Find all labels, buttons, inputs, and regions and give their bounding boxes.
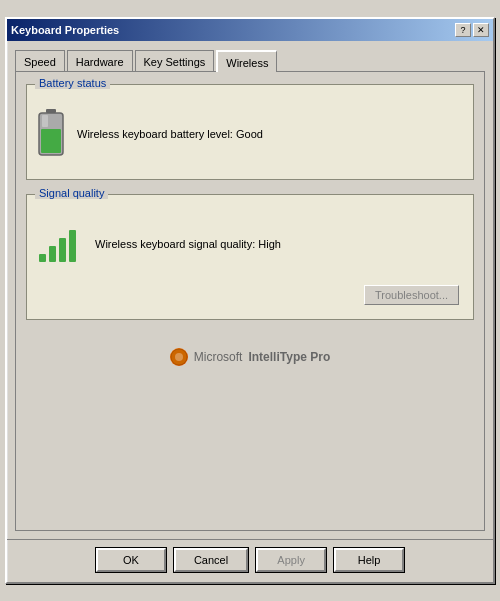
svg-rect-6 — [59, 238, 66, 262]
content-area: Speed Hardware Key Settings Wireless Bat… — [7, 41, 493, 539]
apply-button[interactable]: Apply — [256, 548, 326, 572]
keyboard-properties-window: Keyboard Properties ? ✕ Speed Hardware K… — [5, 17, 495, 584]
tab-speed[interactable]: Speed — [15, 50, 65, 72]
signal-quality-section: Signal quality Wireless keyboard signal … — [26, 194, 474, 320]
battery-icon — [37, 109, 65, 159]
title-bar: Keyboard Properties ? ✕ — [7, 19, 493, 41]
troubleshoot-button[interactable]: Troubleshoot... — [364, 285, 459, 305]
title-bar-controls: ? ✕ — [455, 23, 489, 37]
cancel-button[interactable]: Cancel — [174, 548, 248, 572]
branding-prefix: Microsoft — [194, 350, 243, 364]
svg-point-9 — [175, 353, 183, 361]
ok-button[interactable]: OK — [96, 548, 166, 572]
svg-rect-4 — [39, 254, 46, 262]
signal-section-label: Signal quality — [35, 187, 108, 199]
signal-status-text: Wireless keyboard signal quality: High — [95, 238, 281, 250]
branding-area: Microsoft IntelliType Pro — [26, 334, 474, 374]
help-dialog-button[interactable]: Help — [334, 548, 404, 572]
signal-icon — [37, 224, 83, 264]
battery-status-section: Battery status — [26, 84, 474, 180]
battery-section-label: Battery status — [35, 77, 110, 89]
tab-wireless[interactable]: Wireless — [216, 50, 277, 72]
ms-logo-icon — [170, 348, 188, 366]
help-button[interactable]: ? — [455, 23, 471, 37]
signal-section-content: Wireless keyboard signal quality: High — [37, 205, 463, 275]
battery-status-text: Wireless keyboard battery level: Good — [77, 128, 263, 140]
button-bar: OK Cancel Apply Help — [7, 539, 493, 582]
tab-bar: Speed Hardware Key Settings Wireless — [15, 49, 485, 71]
battery-section-content: Wireless keyboard battery level: Good — [37, 95, 463, 165]
tab-key-settings[interactable]: Key Settings — [135, 50, 215, 72]
svg-rect-5 — [49, 246, 56, 262]
troubleshoot-row: Troubleshoot... — [37, 285, 463, 305]
tab-hardware[interactable]: Hardware — [67, 50, 133, 72]
close-button[interactable]: ✕ — [473, 23, 489, 37]
branding-product: IntelliType Pro — [248, 350, 330, 364]
window-title: Keyboard Properties — [11, 24, 119, 36]
wireless-panel: Battery status — [15, 71, 485, 531]
svg-rect-7 — [69, 230, 76, 262]
svg-rect-2 — [41, 129, 61, 153]
svg-rect-3 — [42, 115, 48, 127]
